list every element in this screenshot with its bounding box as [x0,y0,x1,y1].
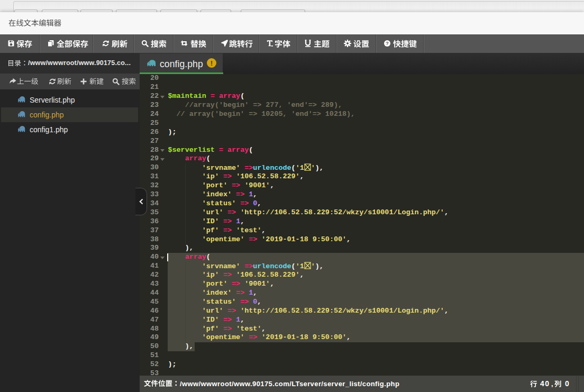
svg-text:!: ! [211,59,213,67]
svg-text:?: ? [386,40,389,46]
